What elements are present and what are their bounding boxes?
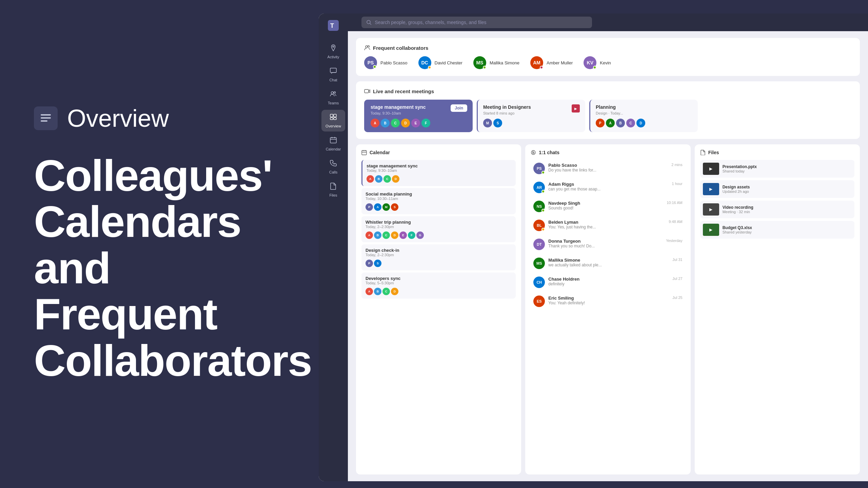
mini-avatar: B [375, 175, 382, 183]
chats-panel: 1:1 chats PS Pablo Scasso Do you have th… [525, 144, 690, 474]
meetings-section: Live and recent meetings stage managemen… [356, 81, 860, 139]
avatar-chat-7: ES [533, 296, 545, 307]
chat-item-7[interactable]: ES Eric Smiling You: Yeah definitely! Ju… [531, 293, 685, 310]
mini-avatar: D [391, 231, 398, 239]
mini-avatar: P [366, 203, 373, 211]
chat-item-6[interactable]: CH Chase Holdren definitely Jul 27 [531, 274, 685, 291]
mini-avatar: S [391, 203, 398, 211]
sidebar-calendar-label: Calendar [326, 147, 341, 151]
mini-avatar: B [374, 231, 381, 239]
calendar-icon [330, 136, 337, 146]
people-icon [364, 45, 370, 51]
avatar-chat-6: CH [533, 277, 545, 288]
mini-avatar: M [483, 119, 492, 127]
svg-rect-13 [330, 138, 336, 143]
svg-point-17 [367, 20, 370, 24]
file-item-3[interactable]: ▶ Budget Q3.xlsx Shared yesterday [700, 221, 854, 239]
teams-ui: T Activity Chat [319, 14, 868, 481]
sidebar-item-files[interactable]: Files [321, 179, 345, 201]
chat-item-3[interactable]: BL Belden Lyman You: Yes, just having th… [531, 217, 685, 234]
mini-avatar: C [626, 119, 635, 127]
mini-avatar: S [493, 119, 502, 127]
sidebar-item-calls[interactable]: Calls [321, 156, 345, 178]
content-panels: Frequent collaborators PS Pablo Scasso D… [348, 31, 868, 481]
sidebar-item-chat[interactable]: Chat [321, 64, 345, 85]
chat-item-4[interactable]: DT Donna Turgeon Thank you so much! Do..… [531, 236, 685, 253]
mini-avatar: F [408, 231, 415, 239]
chats-col-header: 1:1 chats [531, 150, 685, 155]
mini-avatar: F [421, 119, 430, 127]
mini-avatar: C [391, 119, 400, 127]
sidebar-overview-label: Overview [326, 124, 341, 128]
teams-icon [330, 90, 337, 100]
cal-item-1[interactable]: Social media planning Today, 10:30–11am … [361, 188, 516, 214]
file-details-1: Design assets Updated 2h ago [723, 185, 750, 194]
meeting-card-1[interactable]: Meeting in Designers Started 8 mins ago … [477, 100, 585, 132]
file-thumbnail-2: ▶ [703, 203, 719, 216]
collab-david[interactable]: DC David Chester [418, 56, 462, 69]
activity-icon [330, 44, 337, 54]
meeting-card-1-title: Meeting in Designers [483, 104, 531, 110]
file-items: ▶ Presentation.pptx Shared today ▶ Desig… [700, 160, 854, 239]
cal-item-2[interactable]: Whistler trip planning Today, 2–2:30pm A… [361, 216, 516, 242]
collab-amber[interactable]: AM Amber Muller [530, 56, 573, 69]
meeting-card-0-time: Today, 9:30–10am [371, 111, 426, 115]
frequent-collaborators-section: Frequent collaborators PS Pablo Scasso D… [356, 38, 860, 76]
cal-avatars-2: A B C D E F G [366, 231, 512, 239]
top-bar [348, 14, 868, 31]
search-input[interactable] [375, 20, 587, 25]
files-col-icon [700, 150, 706, 155]
chat-info-5: Mallika Simone we actually talked about … [548, 258, 669, 267]
sidebar-item-calendar[interactable]: Calendar [321, 133, 345, 155]
avatar-mallika: MS [473, 56, 486, 69]
chat-info-0: Pablo Scasso Do you have the links for..… [548, 163, 668, 172]
chat-item-2[interactable]: NS Navdeep Singh Sounds good! 10:16 AM [531, 198, 685, 215]
mini-avatar: B [374, 288, 381, 295]
svg-rect-9 [330, 114, 333, 117]
file-thumbnail-1: ▶ [703, 183, 719, 195]
collab-kevin[interactable]: KV Kevin [584, 56, 611, 69]
avatar-chat-5: MS [533, 258, 545, 269]
cal-item-0[interactable]: stage management sync Today, 9:30–10am A… [361, 160, 516, 186]
meeting-card-0[interactable]: stage management sync Today, 9:30–10am J… [364, 100, 473, 132]
cal-avatars-1: P A M S [366, 203, 512, 211]
meeting-card-2[interactable]: Planning Design · Today... P A B C D [589, 100, 698, 132]
mini-avatar: D [636, 119, 645, 127]
collab-mallika[interactable]: MS Mallika Simone [473, 56, 519, 69]
sidebar-item-overview[interactable]: Overview [321, 110, 345, 131]
svg-point-20 [368, 46, 370, 47]
file-item-0[interactable]: ▶ Presentation.pptx Shared today [700, 160, 854, 178]
chat-item-5[interactable]: MS Mallika Simone we actually talked abo… [531, 255, 685, 272]
svg-line-18 [370, 23, 371, 25]
mini-avatar: A [367, 175, 374, 183]
status-dot [541, 209, 545, 212]
file-item-1[interactable]: ▶ Design assets Updated 2h ago [700, 180, 854, 198]
status-dot [541, 171, 545, 174]
file-item-2[interactable]: ▶ Video recording Meeting · 32 min [700, 201, 854, 218]
svg-point-19 [366, 46, 368, 48]
meeting-card-2-title: Planning [596, 104, 623, 110]
chat-info-1: Adam Riggs can you get me those asap... [548, 182, 668, 191]
status-dot-amber [540, 66, 543, 69]
calendar-panel: Calendar stage management sync Today, 9:… [356, 144, 521, 474]
meetings-title: Live and recent meetings [364, 88, 852, 94]
cal-item-4[interactable]: Developers sync Today, 5–5:30pm A B C D [361, 272, 516, 299]
sidebar-item-activity[interactable]: Activity [321, 41, 345, 62]
mini-avatar: A [374, 203, 381, 211]
mini-avatar: C [382, 231, 390, 239]
chat-item-0[interactable]: PS Pablo Scasso Do you have the links fo… [531, 160, 685, 177]
join-button[interactable]: Join [451, 104, 467, 112]
collab-pablo[interactable]: PS Pablo Scasso [364, 56, 408, 69]
mini-avatar: D [401, 119, 410, 127]
svg-rect-11 [330, 118, 333, 120]
status-dot-mallika [483, 66, 486, 69]
cal-item-3[interactable]: Design check-in Today, 2–2:30pm P S [361, 244, 516, 270]
overview-title: Overview [67, 104, 169, 132]
search-bar-container[interactable] [361, 17, 592, 28]
mini-avatar: A [366, 231, 373, 239]
meeting-cards: stage management sync Today, 9:30–10am J… [364, 100, 852, 132]
avatar-david: DC [418, 56, 431, 69]
sidebar-item-teams[interactable]: Teams [321, 87, 345, 108]
files-icon [330, 182, 337, 192]
chat-item-1[interactable]: AR Adam Riggs can you get me those asap.… [531, 179, 685, 196]
